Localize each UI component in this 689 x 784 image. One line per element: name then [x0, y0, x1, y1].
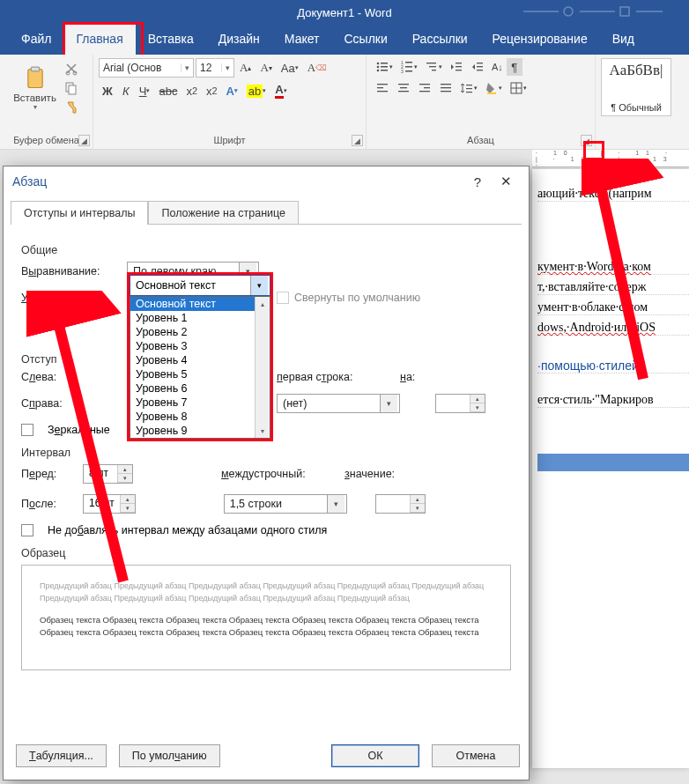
- level-option[interactable]: Основной текст: [130, 297, 270, 311]
- tab-position[interactable]: Положение на странице: [148, 201, 299, 225]
- document-title: Документ1 - Word: [297, 6, 391, 19]
- ribbon-tabs: Файл Главная Вставка Дизайн Макет Ссылки…: [0, 25, 689, 55]
- clipboard-dialog-launcher[interactable]: ◢: [78, 135, 90, 146]
- space-after-spinner[interactable]: 16 пт ▴▾: [83, 494, 136, 514]
- help-button[interactable]: ?: [463, 169, 492, 194]
- dropdown-scrollbar[interactable]: ▴▾: [255, 297, 270, 438]
- spin-down-icon[interactable]: ▾: [121, 504, 135, 513]
- align-left-button[interactable]: [372, 79, 393, 97]
- space-after-label: После:: [21, 498, 74, 510]
- level-option[interactable]: Уровень 8: [130, 410, 270, 424]
- svg-rect-25: [477, 66, 483, 67]
- level-option[interactable]: Уровень 1: [130, 311, 270, 325]
- font-size-combo[interactable]: 12▾: [196, 58, 234, 78]
- copy-button[interactable]: [61, 79, 82, 97]
- underline-button[interactable]: Ч▾: [136, 82, 154, 100]
- tab-mailings[interactable]: Рассылки: [400, 25, 480, 55]
- mirror-indents-checkbox[interactable]: [21, 424, 33, 436]
- line-spacing-dropdown[interactable]: 1,5 строки ▾: [224, 494, 347, 514]
- level-option[interactable]: Уровень 4: [130, 353, 270, 367]
- no-space-same-style-checkbox[interactable]: [21, 524, 33, 536]
- bold-button[interactable]: Ж: [99, 82, 116, 100]
- document-page[interactable]: ающий·текст·(наприм кумент·в·Word·на·ком…: [532, 169, 689, 768]
- strikethrough-button[interactable]: abc: [155, 82, 181, 100]
- increase-indent-button[interactable]: [467, 58, 488, 76]
- svg-rect-42: [487, 92, 496, 94]
- outline-level-selected[interactable]: Основной текст ▾: [130, 275, 270, 296]
- decrease-indent-button[interactable]: [446, 58, 467, 76]
- spin-down-icon[interactable]: ▾: [118, 474, 132, 483]
- clear-formatting-button[interactable]: A⌫: [304, 59, 330, 77]
- line-spacing-at-label: значение:: [344, 468, 406, 480]
- spin-down-icon[interactable]: ▾: [470, 403, 485, 412]
- tab-home[interactable]: Главная: [63, 25, 135, 55]
- tab-design[interactable]: Дизайн: [206, 25, 272, 55]
- cancel-button[interactable]: Отмена: [432, 744, 520, 767]
- justify-button[interactable]: [435, 79, 456, 97]
- subscript-button[interactable]: x2: [182, 82, 201, 100]
- multilevel-button[interactable]: ▾: [421, 58, 446, 76]
- numbering-button[interactable]: 123▾: [396, 58, 421, 76]
- tab-view[interactable]: Вид: [600, 25, 647, 55]
- svg-text:3: 3: [401, 69, 404, 74]
- level-option[interactable]: Уровень 3: [130, 339, 270, 353]
- align-center-button[interactable]: [393, 79, 414, 97]
- tab-references[interactable]: Ссылки: [331, 25, 399, 55]
- close-button[interactable]: ✕: [492, 169, 520, 194]
- shading-button[interactable]: ▾: [481, 79, 506, 97]
- level-option[interactable]: Уровень 7: [130, 396, 270, 410]
- spin-up-icon[interactable]: ▴: [411, 495, 425, 504]
- tab-layout[interactable]: Макет: [272, 25, 332, 55]
- tab-indents-spacing[interactable]: Отступы и интервалы: [11, 201, 148, 225]
- cut-button[interactable]: [61, 60, 82, 78]
- dialog-titlebar[interactable]: Абзац ? ✕: [4, 166, 529, 196]
- preview-sample-text: Образец текста Образец текста Образец те…: [40, 614, 493, 640]
- space-before-spinner[interactable]: 8 пт ▴▾: [83, 464, 133, 484]
- font-name-combo[interactable]: Arial (Основ▾: [99, 58, 194, 78]
- doc-line-heading: ·помощью·стилей¶: [537, 359, 689, 374]
- style-normal[interactable]: АаБбВв| ¶ Обычный: [601, 58, 671, 116]
- highlight-button[interactable]: ab▾: [243, 82, 270, 100]
- level-option[interactable]: Уровень 9: [130, 424, 270, 438]
- horizontal-ruler[interactable]: · 10 · | · 11 · | · 12 · | · 13 ·: [532, 150, 689, 167]
- font-color-button[interactable]: A▾: [271, 81, 290, 100]
- indent-by-spinner[interactable]: ▴▾: [435, 394, 485, 413]
- tab-insert[interactable]: Вставка: [136, 25, 206, 55]
- set-default-button[interactable]: По умолчанию: [119, 744, 220, 767]
- spin-up-icon[interactable]: ▴: [118, 465, 132, 474]
- change-case-button[interactable]: Aa▾: [278, 59, 302, 77]
- superscript-button[interactable]: x2: [203, 82, 221, 100]
- line-spacing-button[interactable]: ▾: [456, 79, 481, 97]
- ok-button[interactable]: ОК: [331, 744, 419, 767]
- grow-font-button[interactable]: A▴: [236, 59, 255, 77]
- tab-review[interactable]: Рецензирование: [480, 25, 600, 55]
- level-option[interactable]: Уровень 6: [130, 381, 270, 396]
- text-effects-button[interactable]: A▾: [222, 82, 241, 100]
- svg-rect-31: [400, 87, 407, 88]
- paragraph-dialog: Абзац ? ✕ Отступы и интервалы Положение …: [3, 166, 530, 780]
- borders-button[interactable]: ▾: [506, 79, 530, 97]
- tabs-button[interactable]: Табуляция...: [16, 744, 107, 767]
- level-option[interactable]: Уровень 5: [130, 367, 270, 381]
- font-dialog-launcher[interactable]: ◢: [352, 135, 363, 146]
- dialog-tabs: Отступы и интервалы Положение на страниц…: [11, 200, 522, 224]
- svg-rect-5: [69, 85, 76, 94]
- align-right-button[interactable]: [414, 79, 435, 97]
- spin-up-icon[interactable]: ▴: [470, 395, 485, 403]
- spin-down-icon[interactable]: ▾: [411, 504, 425, 513]
- first-line-dropdown[interactable]: (нет) ▾: [277, 394, 400, 413]
- line-spacing-at-spinner[interactable]: ▴▾: [375, 494, 426, 514]
- sort-button[interactable]: A↓: [488, 58, 507, 76]
- tab-file[interactable]: Файл: [9, 25, 63, 55]
- paste-button[interactable]: Вставить ▾: [11, 58, 59, 118]
- shrink-font-button[interactable]: A▾: [256, 59, 275, 77]
- format-painter-button[interactable]: [61, 99, 82, 116]
- show-marks-button[interactable]: ¶: [507, 58, 522, 76]
- italic-button[interactable]: К: [118, 82, 134, 100]
- space-before-label: Перед:: [21, 468, 74, 480]
- bullets-button[interactable]: ▾: [372, 58, 396, 76]
- paragraph-dialog-launcher[interactable]: ◢: [581, 135, 592, 146]
- level-option[interactable]: Уровень 2: [130, 325, 270, 339]
- spin-up-icon[interactable]: ▴: [121, 495, 135, 504]
- svg-rect-18: [426, 63, 436, 63]
